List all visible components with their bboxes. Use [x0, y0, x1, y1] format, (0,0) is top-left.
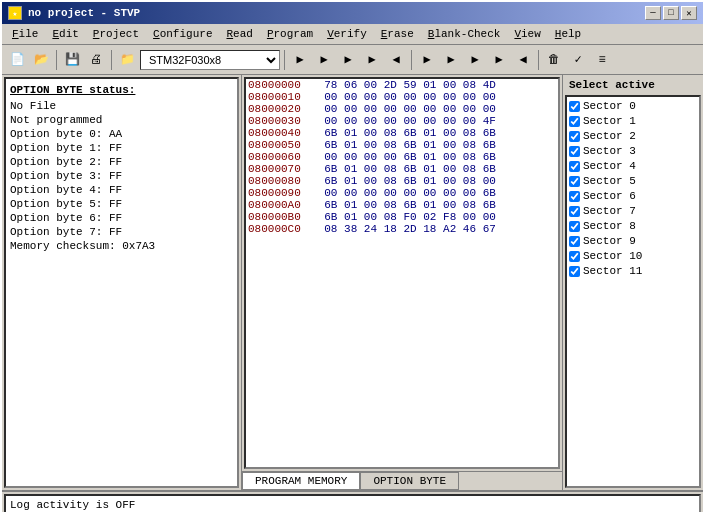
sector-checkbox-8[interactable] — [569, 221, 580, 232]
hex-data: 6B 01 00 08 6B 01 00 08 00 — [322, 175, 558, 187]
hex-address: 080000B0 — [246, 211, 322, 223]
sector-label: Sector 11 — [583, 264, 642, 279]
blank-check-button[interactable]: ✓ — [567, 49, 589, 71]
list-item: Sector 8 — [569, 219, 697, 234]
prog-all-button[interactable]: ▶ — [416, 49, 438, 71]
hex-viewer[interactable]: 0800000078 06 00 2D 59 01 00 08 4D080000… — [244, 77, 560, 469]
option-byte-panel: OPTION BYTE status: No File Not programm… — [4, 77, 239, 488]
option-byte-3: Option byte 3: FF — [10, 169, 233, 183]
menu-help[interactable]: Help — [549, 26, 587, 42]
option-byte-1: Option byte 1: FF — [10, 141, 233, 155]
erase-button[interactable]: 🗑 — [543, 49, 565, 71]
tab-program-memory[interactable]: PROGRAM MEMORY — [242, 472, 360, 490]
option-byte-4: Option byte 4: FF — [10, 183, 233, 197]
menu-verify[interactable]: Verify — [321, 26, 373, 42]
left-panel: OPTION BYTE status: No File Not programm… — [2, 75, 242, 490]
tool-btn-7[interactable]: ◀ — [512, 49, 534, 71]
minimize-button[interactable]: ─ — [645, 6, 661, 20]
app-icon: ★ — [8, 6, 22, 20]
center-panel: 0800000078 06 00 2D 59 01 00 08 4D080000… — [242, 75, 563, 490]
log-area: Log activity is OFFHardware configuratio… — [2, 490, 703, 514]
main-area: OPTION BYTE status: No File Not programm… — [2, 75, 703, 490]
sector-label: Sector 10 — [583, 249, 642, 264]
option-byte-0: Option byte 0: AA — [10, 127, 233, 141]
menu-program[interactable]: Program — [261, 26, 319, 42]
sector-label: Sector 2 — [583, 129, 636, 144]
table-row: 0800003000 00 00 00 00 00 00 00 4F — [246, 115, 558, 127]
read-opt-button[interactable]: ▶ — [337, 49, 359, 71]
hex-data: 78 06 00 2D 59 01 00 08 4D — [322, 79, 558, 91]
sector-label: Sector 1 — [583, 114, 636, 129]
open-button[interactable]: 📂 — [30, 49, 52, 71]
print-button[interactable]: 🖨 — [85, 49, 107, 71]
sector-checkbox-10[interactable] — [569, 251, 580, 262]
hex-address: 08000050 — [246, 139, 322, 151]
menu-configure[interactable]: Configure — [147, 26, 218, 42]
sector-checkbox-4[interactable] — [569, 161, 580, 172]
hex-address: 08000020 — [246, 103, 322, 115]
hex-data: 00 00 00 00 00 00 00 00 00 — [322, 103, 558, 115]
hex-data: 00 00 00 00 00 00 00 00 4F — [322, 115, 558, 127]
read-mem-button[interactable]: ▶ — [313, 49, 335, 71]
hex-data: 00 00 00 00 00 00 00 00 00 — [322, 91, 558, 103]
option-byte-6: Option byte 6: FF — [10, 211, 233, 225]
sector-checkbox-2[interactable] — [569, 131, 580, 142]
prog-opt-button[interactable]: ▶ — [464, 49, 486, 71]
sector-checkbox-1[interactable] — [569, 116, 580, 127]
list-item: Sector 11 — [569, 264, 697, 279]
tab-option-byte[interactable]: OPTION BYTE — [360, 472, 459, 490]
sector-checkbox-9[interactable] — [569, 236, 580, 247]
menu-read[interactable]: Read — [220, 26, 258, 42]
list-item: Sector 2 — [569, 129, 697, 144]
list-item: Sector 4 — [569, 159, 697, 174]
sector-checkbox-5[interactable] — [569, 176, 580, 187]
hex-data: 6B 01 00 08 6B 01 00 08 6B — [322, 139, 558, 151]
save-button[interactable]: 💾 — [61, 49, 83, 71]
menu-edit[interactable]: Edit — [46, 26, 84, 42]
option-no-file: No File — [10, 99, 233, 113]
table-row: 0800006000 00 00 00 6B 01 00 08 6B — [246, 151, 558, 163]
read-all-button[interactable]: ▶ — [289, 49, 311, 71]
hex-address: 080000A0 — [246, 199, 322, 211]
sector-checkbox-11[interactable] — [569, 266, 580, 277]
sector-label: Sector 9 — [583, 234, 636, 249]
table-row: 080000806B 01 00 08 6B 01 00 08 00 — [246, 175, 558, 187]
center-tabs: PROGRAM MEMORY OPTION BYTE — [242, 471, 562, 490]
sector-label: Sector 7 — [583, 204, 636, 219]
tool-btn-4[interactable]: ▶ — [361, 49, 383, 71]
window-title: no project - STVP — [28, 7, 140, 19]
option-byte-2: Option byte 2: FF — [10, 155, 233, 169]
close-button[interactable]: ✕ — [681, 6, 697, 20]
menu-blank-check[interactable]: Blank-Check — [422, 26, 507, 42]
device-selector[interactable]: STM32F030x8 — [140, 50, 280, 70]
open-file-button[interactable]: 📁 — [116, 49, 138, 71]
menu-view[interactable]: View — [508, 26, 546, 42]
sector-checkbox-3[interactable] — [569, 146, 580, 157]
log-output: Log activity is OFFHardware configuratio… — [4, 494, 701, 514]
hex-address: 080000C0 — [246, 223, 322, 235]
verify-button[interactable]: ≡ — [591, 49, 613, 71]
menu-file[interactable]: File — [6, 26, 44, 42]
sector-checkbox-7[interactable] — [569, 206, 580, 217]
memory-checksum: Memory checksum: 0x7A3 — [10, 239, 233, 253]
right-panel: Select active Sector 0Sector 1Sector 2Se… — [563, 75, 703, 490]
option-byte-5: Option byte 5: FF — [10, 197, 233, 211]
prog-mem-button[interactable]: ▶ — [440, 49, 462, 71]
table-row: 080000506B 01 00 08 6B 01 00 08 6B — [246, 139, 558, 151]
table-row: 080000706B 01 00 08 6B 01 00 08 6B — [246, 163, 558, 175]
tool-btn-6[interactable]: ▶ — [488, 49, 510, 71]
hex-address: 08000040 — [246, 127, 322, 139]
maximize-button[interactable]: □ — [663, 6, 679, 20]
hex-data: 08 38 24 18 2D 18 A2 46 67 — [322, 223, 558, 235]
tool-btn-5[interactable]: ◀ — [385, 49, 407, 71]
table-row: 0800009000 00 00 00 00 00 00 00 6B — [246, 187, 558, 199]
menu-bar: File Edit Project Configure Read Program… — [2, 24, 703, 45]
sector-list: Sector 0Sector 1Sector 2Sector 3Sector 4… — [565, 95, 701, 488]
menu-erase[interactable]: Erase — [375, 26, 420, 42]
table-row: 0800001000 00 00 00 00 00 00 00 00 — [246, 91, 558, 103]
new-button[interactable]: 📄 — [6, 49, 28, 71]
menu-project[interactable]: Project — [87, 26, 145, 42]
sector-checkbox-6[interactable] — [569, 191, 580, 202]
hex-data: 6B 01 00 08 6B 01 00 08 6B — [322, 199, 558, 211]
sector-checkbox-0[interactable] — [569, 101, 580, 112]
